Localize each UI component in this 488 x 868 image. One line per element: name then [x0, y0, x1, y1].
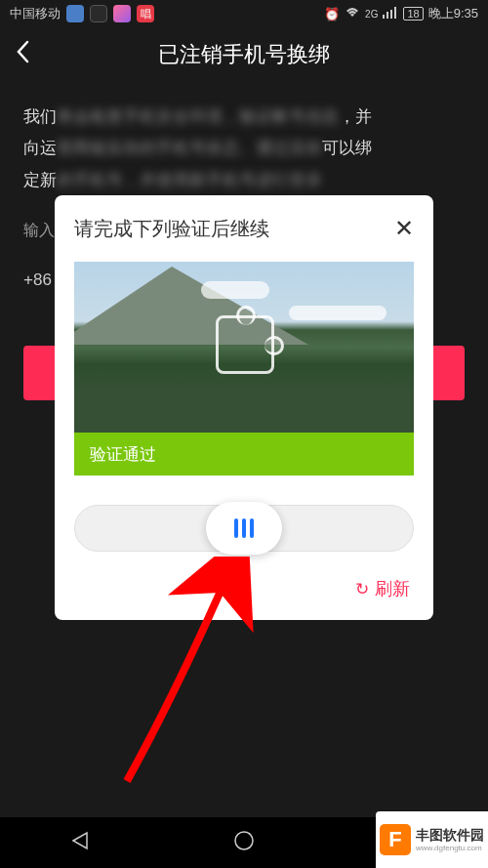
- nav-back-button[interactable]: [69, 829, 93, 856]
- watermark: F 丰图软件园 www.dgfengtu.com: [376, 811, 488, 868]
- captcha-modal: 请完成下列验证后继续 ✕ 验证通过 ↻ 刷新: [55, 195, 433, 620]
- success-text: 验证通过: [90, 443, 156, 466]
- puzzle-piece-icon: [216, 315, 274, 374]
- success-banner: 验证通过: [74, 433, 414, 475]
- cloud: [201, 281, 269, 299]
- captcha-image: [74, 262, 414, 433]
- slider-handle[interactable]: [206, 502, 282, 555]
- svg-point-4: [235, 832, 253, 849]
- refresh-label: 刷新: [375, 577, 410, 600]
- watermark-name: 丰图软件园: [416, 827, 484, 844]
- refresh-button[interactable]: ↻ 刷新: [74, 577, 414, 600]
- watermark-logo: F: [380, 824, 411, 855]
- close-button[interactable]: ✕: [394, 215, 414, 242]
- watermark-url: www.dgfengtu.com: [416, 844, 484, 853]
- slider-track[interactable]: [74, 505, 414, 552]
- modal-overlay: 请完成下列验证后继续 ✕ 验证通过 ↻ 刷新: [0, 0, 488, 868]
- cloud: [289, 306, 386, 320]
- modal-header: 请完成下列验证后继续 ✕: [74, 215, 414, 242]
- modal-title: 请完成下列验证后继续: [74, 216, 269, 242]
- nav-home-button[interactable]: [232, 829, 256, 856]
- refresh-icon: ↻: [355, 579, 369, 599]
